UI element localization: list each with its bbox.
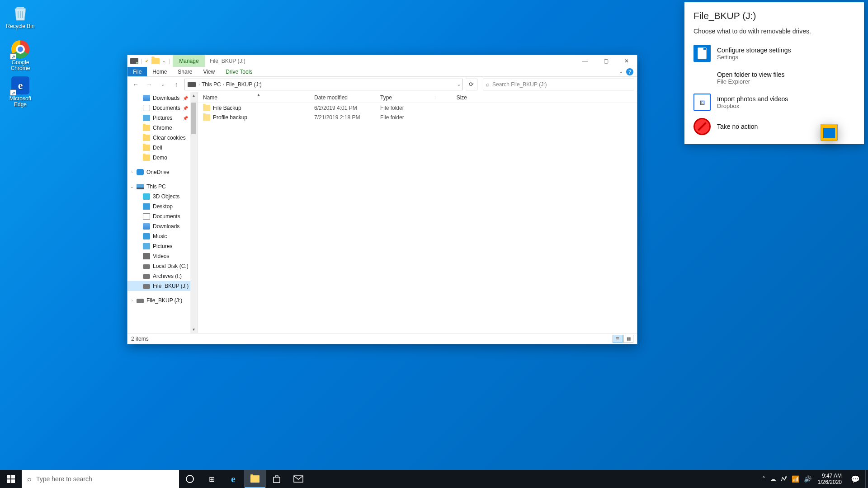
battery-icon[interactable]: 🗲 (781, 475, 787, 483)
nav-item[interactable]: Downloads (127, 221, 197, 231)
tray-overflow-icon[interactable]: ˄ (762, 475, 765, 483)
recent-locations-button[interactable]: ⌄ (157, 79, 168, 90)
taskbar-app-store[interactable] (266, 470, 288, 488)
breadcrumb-item[interactable]: This PC (200, 81, 223, 88)
autoplay-option[interactable]: Open folder to view filesFile Explorer (693, 66, 855, 90)
nav-item[interactable]: File_BKUP (J:) (127, 281, 197, 291)
drive-icon (130, 58, 138, 64)
dl-icon (143, 223, 150, 230)
nav-item[interactable]: Documents (127, 211, 197, 221)
nav-scrollbar[interactable]: ▲ ▼ (190, 92, 197, 333)
volume-icon[interactable]: 🔊 (804, 475, 811, 483)
nav-onedrive[interactable]: ›OneDrive (127, 167, 197, 177)
nav-item[interactable]: Local Disk (C:) (127, 261, 197, 271)
scroll-thumb[interactable] (191, 103, 196, 134)
nav-item[interactable]: ›File_BKUP (J:) (127, 296, 197, 305)
search-box[interactable]: ⌕ Search File_BKUP (J:) (483, 79, 634, 90)
taskbar-app-explorer[interactable] (244, 470, 266, 488)
nav-item-label: Videos (153, 253, 169, 259)
nav-item-label: Downloads (153, 95, 179, 101)
address-dropdown-icon[interactable]: ⌄ (457, 82, 461, 87)
autoplay-option[interactable]: Configure storage settingsSettings (693, 41, 855, 66)
scroll-up-icon[interactable]: ▲ (190, 92, 197, 99)
nav-item[interactable]: Clear cookies (127, 133, 197, 143)
tab-drive-tools[interactable]: Drive Tools (220, 67, 258, 76)
shortcut-overlay-icon: ↗ (10, 53, 16, 60)
folder-icon (203, 105, 210, 111)
tab-share[interactable]: Share (172, 67, 198, 76)
nav-item[interactable]: 3D Objects (127, 192, 197, 202)
drive-icon (143, 264, 150, 269)
dropbox-icon: ⧈ (700, 98, 705, 107)
tab-view[interactable]: View (198, 67, 220, 76)
column-header-date[interactable]: Date modified (314, 94, 380, 101)
autoplay-option-title: Configure storage settings (717, 47, 791, 54)
column-header-name[interactable]: Name▲ (203, 94, 314, 101)
help-button[interactable]: ? (626, 68, 633, 75)
nav-item[interactable]: Pictures (127, 241, 197, 251)
task-view-button[interactable]: ⊞ (201, 470, 222, 488)
close-button[interactable]: ✕ (616, 55, 637, 67)
desktop-icon-recycle-bin[interactable]: Recycle Bin (3, 3, 38, 38)
refresh-button[interactable]: ⟳ (466, 79, 477, 90)
nav-item[interactable]: Dell (127, 143, 197, 153)
nav-item[interactable]: Archives (I:) (127, 271, 197, 281)
window-title: File_BKUP (J:) (205, 55, 575, 67)
maximize-button[interactable]: ▢ (595, 55, 616, 67)
desktop-icon-chrome[interactable]: ↗ Google Chrome (3, 39, 38, 74)
taskbar-search[interactable]: ⌕ Type here to search (22, 470, 179, 488)
taskbar-clock[interactable]: 9:47 AM 1/26/2020 (814, 470, 845, 488)
nav-item[interactable]: Music (127, 231, 197, 241)
action-center-button[interactable]: 💬 (845, 470, 865, 488)
clock-time: 9:47 AM (822, 473, 842, 479)
wifi-icon[interactable]: 📶 (792, 475, 799, 483)
column-header-type[interactable]: Type (380, 94, 435, 101)
shortcut-overlay-icon: ↗ (10, 89, 16, 96)
show-desktop-button[interactable] (865, 470, 868, 488)
nav-item-label: Music (153, 233, 167, 239)
nav-item[interactable]: Downloads📌 (127, 93, 197, 103)
tab-file[interactable]: File (127, 67, 147, 76)
ribbon-expand-icon[interactable]: ⌄ (619, 69, 623, 74)
tab-home[interactable]: Home (147, 67, 172, 76)
details-view-button[interactable]: ≣ (613, 335, 623, 343)
back-button[interactable]: ← (130, 79, 141, 90)
qat-customize-icon[interactable]: ⌄ (162, 59, 166, 63)
minimize-button[interactable]: — (575, 55, 595, 67)
column-header-size[interactable]: Size (435, 94, 472, 101)
nav-item[interactable]: Videos (127, 251, 197, 261)
address-bar[interactable]: › This PC › File_BKUP (J:) ⌄ (184, 79, 463, 90)
folder-icon[interactable] (151, 58, 160, 64)
collapse-icon[interactable]: ⌄ (129, 184, 135, 189)
nav-item[interactable]: Demo (127, 153, 197, 163)
autoplay-option[interactable]: ⧈Import photos and videosDropbox (693, 90, 855, 114)
desktop-icon-edge[interactable]: e↗ Microsoft Edge (3, 75, 38, 110)
nav-item[interactable]: Pictures📌 (127, 113, 197, 123)
breadcrumb-item[interactable]: File_BKUP (J:) (224, 81, 264, 88)
up-button[interactable]: ↑ (171, 79, 182, 90)
nav-item[interactable]: Chrome (127, 123, 197, 133)
expand-icon[interactable]: › (129, 170, 135, 174)
search-placeholder: Search File_BKUP (J:) (492, 81, 547, 88)
file-row[interactable]: File Backup6/2/2019 4:01 PMFile folder (198, 103, 637, 113)
scroll-down-icon[interactable]: ▼ (190, 326, 197, 333)
taskbar-app-edge[interactable]: e (222, 470, 244, 488)
large-icons-view-button[interactable]: ▦ (623, 335, 633, 343)
nav-item-label: Downloads (153, 223, 179, 230)
file-list: Name▲ Date modified Type Size File Backu… (198, 92, 637, 333)
onedrive-tray-icon[interactable]: ☁ (770, 475, 776, 483)
pic-icon (143, 243, 150, 249)
expand-icon[interactable]: › (129, 298, 135, 303)
sort-asc-icon: ▲ (257, 93, 260, 97)
edge-icon: e↗ (11, 76, 30, 95)
cortana-button[interactable] (179, 470, 201, 488)
nav-this-pc[interactable]: ⌄This PC (127, 182, 197, 192)
titlebar[interactable]: | ✔ ⌄ | Manage File_BKUP (J:) — ▢ ✕ (127, 55, 637, 67)
nav-item[interactable]: Desktop (127, 202, 197, 211)
start-button[interactable] (0, 470, 22, 488)
taskbar-app-mail[interactable] (288, 470, 309, 488)
file-row[interactable]: Profile backup7/21/2019 2:18 PMFile fold… (198, 113, 637, 122)
nav-item[interactable]: Documents📌 (127, 103, 197, 113)
forward-button[interactable]: → (144, 79, 155, 90)
checkmark-icon[interactable]: ✔ (145, 59, 149, 63)
